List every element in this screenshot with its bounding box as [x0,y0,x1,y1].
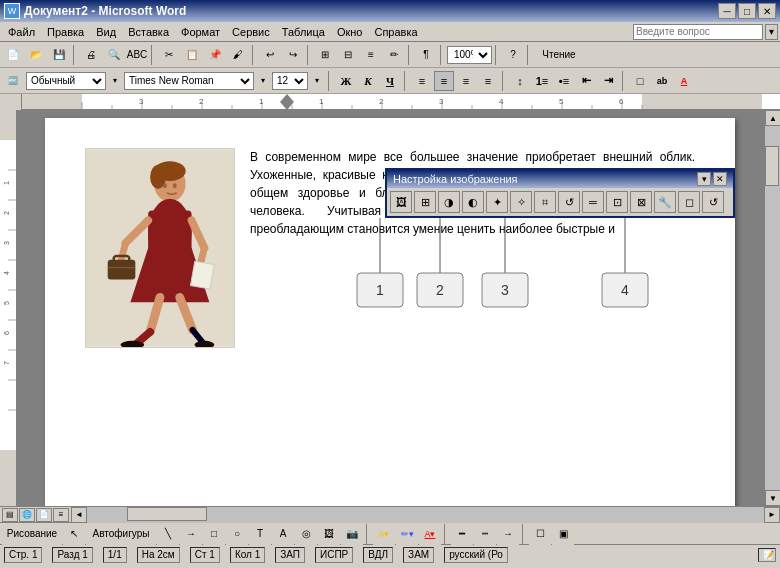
image-bright-more-btn[interactable]: ✦ [486,191,508,213]
increase-indent-button[interactable]: ⇥ [598,71,618,91]
image-contrast-more-btn[interactable]: ◑ [438,191,460,213]
3d-button[interactable]: ▣ [552,523,574,545]
menu-insert[interactable]: Вставка [122,25,175,39]
font-size-select[interactable]: 12 [272,72,308,90]
justify-button[interactable]: ≡ [478,71,498,91]
select-objects-button[interactable]: ↖ [63,523,85,545]
image-toolbar-pin[interactable]: ▾ [697,172,711,186]
image-format-btn[interactable]: 🔧 [654,191,676,213]
line-spacing-button[interactable]: ↕ [510,71,530,91]
font-color-button[interactable]: A [674,71,694,91]
line-color-button[interactable]: ✏▾ [396,523,418,545]
insert-image-btn[interactable]: 🖼 [390,191,412,213]
maximize-button[interactable]: □ [738,3,756,19]
read-mode-button[interactable]: Чтение [534,44,584,66]
scroll-left-button[interactable]: ◄ [71,507,87,523]
undo-button[interactable]: ↩ [259,44,281,66]
normal-view-button[interactable]: ▤ [2,508,18,522]
menu-format[interactable]: Формат [175,25,226,39]
image-toolbar-close[interactable]: ✕ [713,172,727,186]
dash-style-button[interactable]: ┅ [474,523,496,545]
minimize-button[interactable]: ─ [718,3,736,19]
scroll-thumb[interactable] [765,146,779,186]
image-line-style-btn[interactable]: ═ [582,191,604,213]
text-box-button[interactable]: T [249,523,271,545]
image-color-btn[interactable]: ⊞ [414,191,436,213]
insert-columns-button[interactable]: ⊟ [337,44,359,66]
document-area[interactable]: В современном мире все большее значение … [16,110,764,506]
menu-table[interactable]: Таблица [276,25,331,39]
image-toolbar-title[interactable]: Настройка изображения ▾ ✕ [387,170,733,188]
auto-shapes-button[interactable]: Автофигуры [86,523,156,545]
hscroll-track[interactable] [87,507,764,523]
word-count-icon[interactable]: 📝 [758,548,776,562]
drawing-menu-button[interactable]: Рисование [2,523,62,545]
document-image[interactable] [85,148,235,348]
print-button[interactable]: 🖨 [80,44,102,66]
bullets-button[interactable]: •≡ [554,71,574,91]
image-crop-btn[interactable]: ⌗ [534,191,556,213]
line-draw-button[interactable]: ╲ [157,523,179,545]
image-compress-btn[interactable]: ⊡ [606,191,628,213]
fill-color-button[interactable]: A▾ [373,523,395,545]
image-rotate-left-btn[interactable]: ↺ [558,191,580,213]
font-dropdown-arrow[interactable]: ▾ [256,70,270,92]
scroll-track[interactable] [765,126,780,490]
help-search-button[interactable]: ▾ [765,24,778,40]
style-select[interactable]: Обычный [26,72,106,90]
vertical-scrollbar[interactable]: ▲ ▼ [764,110,780,506]
help-search-input[interactable] [633,24,763,40]
insert-image-button[interactable]: 📷 [341,523,363,545]
ellipse-draw-button[interactable]: ○ [226,523,248,545]
arrow-style-button[interactable]: → [497,523,519,545]
font-select[interactable]: Times New Roman [124,72,254,90]
cut-button[interactable]: ✂ [158,44,180,66]
image-contrast-less-btn[interactable]: ◐ [462,191,484,213]
save-button[interactable]: 💾 [48,44,70,66]
size-dropdown-arrow[interactable]: ▾ [310,70,324,92]
style-dropdown-arrow[interactable]: ▾ [108,70,122,92]
format-painter-button[interactable]: 🖌 [227,44,249,66]
menu-view[interactable]: Вид [90,25,122,39]
insert-table-button[interactable]: ⊞ [314,44,336,66]
image-reset-btn[interactable]: ↺ [702,191,724,213]
arrow-draw-button[interactable]: → [180,523,202,545]
decrease-indent-button[interactable]: ⇤ [576,71,596,91]
image-wrap-text-btn[interactable]: ⊠ [630,191,652,213]
spell-button[interactable]: ABC [126,44,148,66]
close-button[interactable]: ✕ [758,3,776,19]
print-view-button[interactable]: 📄 [36,508,52,522]
show-hide-button[interactable]: ¶ [415,44,437,66]
align-right-button[interactable]: ≡ [456,71,476,91]
new-button[interactable]: 📄 [2,44,24,66]
underline-button[interactable]: Ч [380,71,400,91]
rect-draw-button[interactable]: □ [203,523,225,545]
hscroll-thumb[interactable] [127,507,207,521]
outline-view-button[interactable]: ≡ [53,508,69,522]
diagram-button[interactable]: ◎ [295,523,317,545]
copy-button[interactable]: 📋 [181,44,203,66]
align-left-button[interactable]: ≡ [412,71,432,91]
menu-tools[interactable]: Сервис [226,25,276,39]
print-preview-button[interactable]: 🔍 [103,44,125,66]
clip-art-button[interactable]: 🖼 [318,523,340,545]
open-button[interactable]: 📂 [25,44,47,66]
web-view-button[interactable]: 🌐 [19,508,35,522]
italic-button[interactable]: К [358,71,378,91]
menu-file[interactable]: Файл [2,25,41,39]
paste-button[interactable]: 📌 [204,44,226,66]
ruler-corner[interactable] [0,94,22,110]
redo-button[interactable]: ↪ [282,44,304,66]
align-center-button[interactable]: ≡ [434,71,454,91]
insert-rows-button[interactable]: ≡ [360,44,382,66]
font-color-bar-button[interactable]: A▾ [419,523,441,545]
image-bright-less-btn[interactable]: ✧ [510,191,532,213]
bold-button[interactable]: Ж [336,71,356,91]
scroll-down-button[interactable]: ▼ [765,490,780,506]
line-style-button[interactable]: ━ [451,523,473,545]
menu-help[interactable]: Справка [368,25,423,39]
outside-border-button[interactable]: □ [630,71,650,91]
menu-edit[interactable]: Правка [41,25,90,39]
zoom-select[interactable]: 100% [447,46,492,64]
numbering-button[interactable]: 1≡ [532,71,552,91]
